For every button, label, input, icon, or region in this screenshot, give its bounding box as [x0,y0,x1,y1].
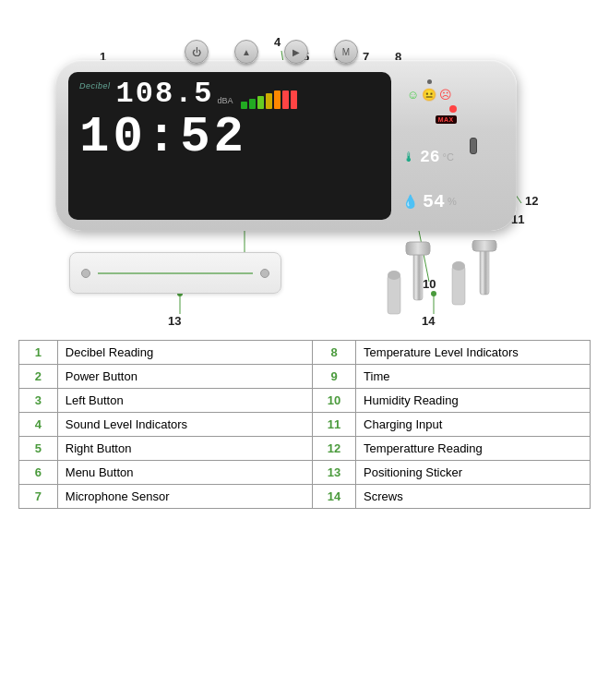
row-label-left: Microphone Sensor [57,485,312,509]
humidity-display: 54 [423,191,445,212]
status-label: MAX [436,115,457,124]
brand-label: Decibel [79,81,111,91]
row-label-right: Screws [356,485,591,509]
row-num-left: 1 [19,341,58,365]
temp-unit: °C [443,151,454,163]
row-label-right: Charging Input [356,413,591,437]
svg-point-19 [452,261,465,271]
row-label-left: Right Button [57,437,312,461]
row-num-left: 2 [19,365,58,389]
row-label-left: Left Button [57,389,312,413]
svg-rect-18 [452,266,465,305]
row-label-left: Power Button [57,365,312,389]
row-num-left: 4 [19,413,58,437]
face-sad: ☹ [439,88,452,102]
table-row: 5 Right Button 12 Temperatture Reading [19,437,591,461]
temperature-row: 🌡 26 °C [402,148,457,166]
svg-rect-17 [406,242,430,255]
humidity-row: 💧 54 % [402,191,457,212]
sticker-hole-right [260,269,269,278]
screws-svg [378,240,535,319]
svg-rect-14 [388,275,400,314]
time-display: 10:52 [79,113,382,163]
row-num-right: 8 [313,341,356,365]
red-dot-top [449,105,457,113]
row-num-left: 3 [19,389,58,413]
right-button[interactable]: ▶ [284,40,308,64]
svg-rect-16 [413,249,423,300]
sticker-wrapper [69,252,281,294]
temperature-display: 26 [420,148,440,166]
menu-button[interactable]: M [334,40,358,64]
row-label-right: Time [356,365,591,389]
callout-12: 12 [525,194,538,208]
row-num-right: 9 [313,365,356,389]
row-num-left: 6 [19,461,58,485]
row-label-right: Humidity Reading [356,389,591,413]
top-buttons: ⏻ ▲ ▶ M [185,40,358,64]
row-label-right: Positioning Sticker [356,461,591,485]
table-row: 3 Left Button 10 Humidity Reading [19,389,591,413]
table-row: 6 Menu Button 13 Positioning Sticker [19,461,591,485]
row-num-right: 11 [313,413,356,437]
row-num-right: 12 [313,437,356,461]
legend-table: 1 Decibel Reading 8 Temperature Level In… [18,340,591,509]
row-label-right: Temperatture Reading [356,437,591,461]
screws-area [378,240,535,319]
row-num-left: 5 [19,437,58,461]
sticker-hole-left [81,269,90,278]
row-num-right: 10 [313,389,356,413]
row-label-left: Menu Button [57,461,312,485]
svg-rect-21 [472,240,496,251]
diagram-area: 1 2 3 4 5 6 7 8 9 10 11 12 13 14 ⏻ ▲ ▶ M… [18,9,591,323]
row-label-left: Sound Level Indicators [57,413,312,437]
row-num-left: 7 [19,485,58,509]
device-body: ⏻ ▲ ▶ M Decibel 108.5 dBA [55,60,517,231]
screen: Decibel 108.5 dBA [68,72,391,220]
right-panel: ☺ 😐 ☹ MAX 🌡 26 °C 💧 54 % [402,72,457,220]
dba-label: dBA [218,96,233,105]
row-label-left: Decibel Reading [57,341,312,365]
svg-point-15 [388,271,400,280]
table-row: 4 Sound Level Indicators 11 Charging Inp… [19,413,591,437]
table-row: 7 Microphone Sensor 14 Screws [19,485,591,509]
charging-panel [464,132,483,160]
row-num-right: 13 [313,461,356,485]
humidity-unit: % [448,196,457,207]
bar-indicators [241,91,297,109]
row-label-right: Temperature Level Indicators [356,341,591,365]
row-num-right: 14 [313,485,356,509]
table-row: 2 Power Button 9 Time [19,365,591,389]
charging-input [470,138,477,154]
screen-top-row: Decibel 108.5 dBA [79,79,382,109]
power-button[interactable]: ⏻ [185,40,209,64]
decibel-display: 108.5 [116,79,214,109]
face-happy: ☺ [407,88,419,102]
callout-13: 13 [168,314,181,328]
mic-sensor-dot [427,79,432,84]
face-neutral: 😐 [422,88,436,102]
positioning-sticker [69,252,281,294]
left-button[interactable]: ▲ [234,40,258,64]
sticker-center-line [98,272,253,274]
table-row: 1 Decibel Reading 8 Temperature Level In… [19,341,591,365]
